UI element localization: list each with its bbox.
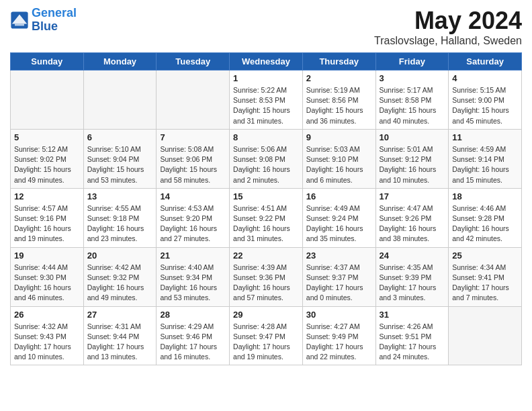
day-header-monday: Monday [83, 53, 157, 71]
week-row-1: 1Sunrise: 5:22 AM Sunset: 8:53 PM Daylig… [11, 71, 522, 130]
day-header-tuesday: Tuesday [157, 53, 230, 71]
calendar-cell: 1Sunrise: 5:22 AM Sunset: 8:53 PM Daylig… [230, 71, 303, 130]
day-info: Sunrise: 4:26 AM Sunset: 9:51 PM Dayligh… [380, 322, 445, 363]
calendar-cell: 27Sunrise: 4:31 AM Sunset: 9:44 PM Dayli… [83, 306, 157, 365]
day-info: Sunrise: 5:03 AM Sunset: 9:10 PM Dayligh… [306, 144, 372, 185]
day-info: Sunrise: 5:22 AM Sunset: 8:53 PM Dayligh… [233, 85, 299, 126]
day-info: Sunrise: 4:27 AM Sunset: 9:49 PM Dayligh… [306, 322, 372, 363]
calendar-cell: 22Sunrise: 4:39 AM Sunset: 9:36 PM Dayli… [230, 247, 303, 306]
day-info: Sunrise: 4:53 AM Sunset: 9:20 PM Dayligh… [160, 203, 226, 244]
day-header-friday: Friday [375, 53, 449, 71]
day-info: Sunrise: 5:12 AM Sunset: 9:02 PM Dayligh… [14, 144, 80, 185]
svg-rect-2 [15, 24, 24, 26]
calendar-header-row: SundayMondayTuesdayWednesdayThursdayFrid… [11, 53, 522, 71]
day-info: Sunrise: 4:44 AM Sunset: 9:30 PM Dayligh… [14, 263, 80, 304]
day-number: 31 [380, 310, 445, 320]
calendar-cell: 9Sunrise: 5:03 AM Sunset: 9:10 PM Daylig… [302, 129, 375, 188]
day-header-saturday: Saturday [449, 53, 522, 71]
day-number: 10 [380, 132, 445, 142]
calendar-cell: 14Sunrise: 4:53 AM Sunset: 9:20 PM Dayli… [157, 188, 230, 247]
calendar-cell: 2Sunrise: 5:19 AM Sunset: 8:56 PM Daylig… [302, 71, 375, 130]
day-number: 4 [452, 73, 518, 83]
calendar-cell: 28Sunrise: 4:29 AM Sunset: 9:46 PM Dayli… [157, 306, 230, 365]
week-row-3: 12Sunrise: 4:57 AM Sunset: 9:16 PM Dayli… [11, 188, 522, 247]
day-number: 17 [380, 191, 445, 201]
calendar-cell: 5Sunrise: 5:12 AM Sunset: 9:02 PM Daylig… [11, 129, 84, 188]
day-number: 28 [160, 310, 226, 320]
calendar-cell: 3Sunrise: 5:17 AM Sunset: 8:58 PM Daylig… [375, 71, 449, 130]
day-info: Sunrise: 4:37 AM Sunset: 9:37 PM Dayligh… [306, 263, 372, 304]
day-number: 6 [87, 132, 153, 142]
calendar-cell: 31Sunrise: 4:26 AM Sunset: 9:51 PM Dayli… [375, 306, 449, 365]
calendar-cell: 7Sunrise: 5:08 AM Sunset: 9:06 PM Daylig… [157, 129, 230, 188]
calendar-cell: 18Sunrise: 4:46 AM Sunset: 9:28 PM Dayli… [449, 188, 522, 247]
calendar-cell: 12Sunrise: 4:57 AM Sunset: 9:16 PM Dayli… [11, 188, 84, 247]
calendar-cell: 11Sunrise: 4:59 AM Sunset: 9:14 PM Dayli… [449, 129, 522, 188]
day-number: 3 [380, 73, 445, 83]
day-header-sunday: Sunday [11, 53, 84, 71]
day-number: 25 [452, 250, 518, 261]
week-row-2: 5Sunrise: 5:12 AM Sunset: 9:02 PM Daylig… [11, 129, 522, 188]
day-number: 30 [306, 310, 372, 320]
calendar-cell [83, 71, 157, 130]
day-number: 24 [380, 250, 445, 261]
day-info: Sunrise: 4:39 AM Sunset: 9:36 PM Dayligh… [233, 263, 299, 304]
day-info: Sunrise: 5:19 AM Sunset: 8:56 PM Dayligh… [306, 85, 372, 126]
day-number: 5 [14, 132, 80, 142]
day-info: Sunrise: 4:55 AM Sunset: 9:18 PM Dayligh… [87, 203, 153, 244]
day-number: 20 [87, 250, 153, 261]
day-info: Sunrise: 4:28 AM Sunset: 9:47 PM Dayligh… [233, 322, 299, 363]
logo-text: General Blue [32, 7, 77, 34]
calendar-cell: 10Sunrise: 5:01 AM Sunset: 9:12 PM Dayli… [375, 129, 449, 188]
day-number: 16 [306, 191, 372, 201]
day-number: 26 [14, 310, 80, 320]
day-header-wednesday: Wednesday [230, 53, 303, 71]
day-number: 7 [160, 132, 226, 142]
logo-icon [10, 11, 29, 30]
day-info: Sunrise: 4:35 AM Sunset: 9:39 PM Dayligh… [380, 263, 445, 304]
day-number: 29 [233, 310, 299, 320]
page-header: General Blue May 2024 Traslovslage, Hall… [10, 7, 522, 47]
day-number: 23 [306, 250, 372, 261]
day-info: Sunrise: 4:59 AM Sunset: 9:14 PM Dayligh… [452, 144, 518, 185]
day-number: 9 [306, 132, 372, 142]
day-info: Sunrise: 4:49 AM Sunset: 9:24 PM Dayligh… [306, 203, 372, 244]
day-info: Sunrise: 5:15 AM Sunset: 9:00 PM Dayligh… [452, 85, 518, 126]
day-info: Sunrise: 4:29 AM Sunset: 9:46 PM Dayligh… [160, 322, 226, 363]
day-number: 8 [233, 132, 299, 142]
calendar-table: SundayMondayTuesdayWednesdayThursdayFrid… [10, 52, 522, 365]
calendar-cell: 8Sunrise: 5:06 AM Sunset: 9:08 PM Daylig… [230, 129, 303, 188]
day-info: Sunrise: 5:10 AM Sunset: 9:04 PM Dayligh… [87, 144, 153, 185]
day-number: 15 [233, 191, 299, 201]
day-info: Sunrise: 4:40 AM Sunset: 9:34 PM Dayligh… [160, 263, 226, 304]
day-number: 14 [160, 191, 226, 201]
day-number: 13 [87, 191, 153, 201]
calendar-cell: 13Sunrise: 4:55 AM Sunset: 9:18 PM Dayli… [83, 188, 157, 247]
day-info: Sunrise: 4:57 AM Sunset: 9:16 PM Dayligh… [14, 203, 80, 244]
week-row-5: 26Sunrise: 4:32 AM Sunset: 9:43 PM Dayli… [11, 306, 522, 365]
day-info: Sunrise: 4:46 AM Sunset: 9:28 PM Dayligh… [452, 203, 518, 244]
day-number: 27 [87, 310, 153, 320]
calendar-cell: 25Sunrise: 4:34 AM Sunset: 9:41 PM Dayli… [449, 247, 522, 306]
day-number: 21 [160, 250, 226, 261]
calendar-cell: 15Sunrise: 4:51 AM Sunset: 9:22 PM Dayli… [230, 188, 303, 247]
calendar-cell: 26Sunrise: 4:32 AM Sunset: 9:43 PM Dayli… [11, 306, 84, 365]
calendar-cell [449, 306, 522, 365]
calendar-cell: 16Sunrise: 4:49 AM Sunset: 9:24 PM Dayli… [302, 188, 375, 247]
day-number: 22 [233, 250, 299, 261]
day-info: Sunrise: 4:47 AM Sunset: 9:26 PM Dayligh… [380, 203, 445, 244]
calendar-cell: 6Sunrise: 5:10 AM Sunset: 9:04 PM Daylig… [83, 129, 157, 188]
day-number: 19 [14, 250, 80, 261]
day-info: Sunrise: 4:51 AM Sunset: 9:22 PM Dayligh… [233, 203, 299, 244]
calendar-cell: 23Sunrise: 4:37 AM Sunset: 9:37 PM Dayli… [302, 247, 375, 306]
title-area: May 2024 Traslovslage, Halland, Sweden [374, 7, 522, 47]
week-row-4: 19Sunrise: 4:44 AM Sunset: 9:30 PM Dayli… [11, 247, 522, 306]
calendar-cell: 20Sunrise: 4:42 AM Sunset: 9:32 PM Dayli… [83, 247, 157, 306]
day-info: Sunrise: 4:42 AM Sunset: 9:32 PM Dayligh… [87, 263, 153, 304]
calendar-cell: 19Sunrise: 4:44 AM Sunset: 9:30 PM Dayli… [11, 247, 84, 306]
day-info: Sunrise: 5:06 AM Sunset: 9:08 PM Dayligh… [233, 144, 299, 185]
day-info: Sunrise: 5:08 AM Sunset: 9:06 PM Dayligh… [160, 144, 226, 185]
day-info: Sunrise: 5:17 AM Sunset: 8:58 PM Dayligh… [380, 85, 445, 126]
calendar-cell: 4Sunrise: 5:15 AM Sunset: 9:00 PM Daylig… [449, 71, 522, 130]
day-number: 18 [452, 191, 518, 201]
